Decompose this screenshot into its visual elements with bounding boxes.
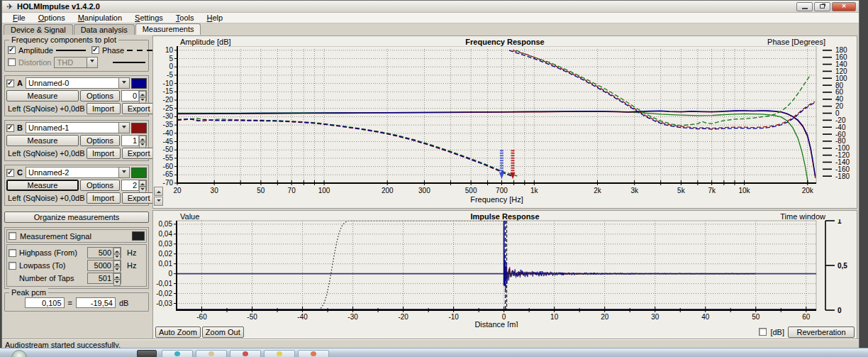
organize-measurements-button[interactable]: Organize measurements [4,212,149,223]
phase-line-sample [127,50,155,51]
distortion-checkbox[interactable] [8,58,16,66]
series-B-phase-low [177,119,514,176]
amplitude-scroll-buttons [154,187,163,206]
group-title: Frequency components to plot [9,35,118,44]
chevron-down-icon [118,78,129,88]
db-checkbox[interactable] [759,328,767,336]
title-bar[interactable]: ✈ HOLMImpulse v1.4.2.0 ✕ [2,1,859,13]
frequency-tick-label: 30 [211,187,219,194]
measurement-c-group: C Unnamed-2 Measure Options 2 [4,165,149,206]
menu-item-options[interactable]: Options [32,13,72,23]
group-title: Peak pcm [9,288,48,297]
measure-c-button[interactable]: Measure [6,180,79,191]
spin-up-icon[interactable] [139,136,146,142]
menu-item-help[interactable]: Help [201,13,230,23]
scroll-up-button[interactable] [154,187,163,196]
phase-axis: 180160140120100806040200-20-40-60-80-100… [823,46,850,180]
amplitude-checkbox[interactable] [8,46,16,54]
measurement-c-index-spinner[interactable]: 2 [121,180,147,191]
measurement-b-index-spinner[interactable]: 1 [121,135,147,146]
impulse-response-plot[interactable]: 0,050,040,030,020,010-0,01-0,02-0,03-60-… [153,219,858,327]
close-button[interactable]: ✕ [832,2,856,11]
measurement-a-letter: A [16,79,24,87]
peak-pcm-input[interactable] [25,297,65,308]
tab-strip: Device & SignalData analysisMeasurements [2,23,859,35]
taskbar-icon [174,351,180,356]
auto-zoom-button[interactable]: Auto Zoom [155,326,201,338]
options-a-button[interactable]: Options [80,90,120,101]
reverberation-button[interactable]: Reverberation [788,326,855,338]
import-b-button[interactable]: Import [87,148,121,159]
amplitude-tick-label: -55 [163,154,174,162]
highpass-label: Highpass (From) [19,248,84,257]
measurement-c-checkbox[interactable] [6,169,14,177]
measurement-b-color-swatch[interactable] [131,123,147,133]
distance-tick-label: 40 [701,313,710,321]
restore-button[interactable] [814,2,830,11]
amplitude-tick-label: -35 [163,121,174,128]
measurement-b-name-select[interactable]: Unnamed-1 [26,122,130,133]
close-icon: ✕ [842,4,847,9]
measurement-c-name-select[interactable]: Unnamed-2 [26,167,130,178]
lowpass-spinner[interactable]: 5000 [87,260,121,271]
tab-data-analysis[interactable]: Data analysis [74,24,135,35]
scroll-down-button[interactable] [154,197,163,206]
equals-label: = [68,299,72,307]
frequency-tick-label: 1k [530,187,539,194]
menu-item-settings[interactable]: Settings [128,13,169,23]
value-tick-label: -0,03 [156,300,172,307]
measurement-a-index-spinner[interactable]: 0 [121,90,147,101]
measure-a-button[interactable]: Measure [6,90,79,101]
spin-up-icon[interactable] [139,91,146,97]
menu-item-manipulation[interactable]: Manipulation [72,13,128,23]
minimize-button[interactable] [796,2,813,11]
distance-tick-label: -30 [347,313,358,321]
phase-checkbox[interactable] [91,46,99,54]
import-a-button[interactable]: Import [87,103,121,114]
impulse-response-chart: Value Impulse Response Time window 0,050… [152,210,857,339]
import-c-button[interactable]: Import [87,192,121,204]
charts-panel: Amplitude [dB] Frequency Response Phase … [151,35,859,339]
peak-db-input[interactable] [76,297,116,308]
value-tick-label: -0,02 [156,290,172,297]
measure-b-button[interactable]: Measure [6,135,79,146]
measurement-c-color-swatch[interactable] [131,167,147,178]
zoom-out-button[interactable]: Zoom Out [202,326,244,338]
highpass-spinner[interactable]: 500 [87,247,121,258]
distortion-type-select[interactable]: THD [54,57,98,68]
measurement-c-letter: C [16,168,24,177]
spin-up-icon[interactable] [113,260,121,267]
tab-measurements[interactable]: Measurements [135,23,201,35]
series-C-phase-low [177,119,517,176]
spin-up-icon[interactable] [113,248,121,254]
measurement-a-color-swatch[interactable] [131,78,147,89]
frequency-tick-label: 70 [288,187,296,194]
highpass-checkbox[interactable] [9,249,16,257]
hz-unit-label: Hz [124,248,136,257]
distance-tick-label: -20 [398,313,408,321]
measurement-b-checkbox[interactable] [6,124,14,132]
measurement-signal-checkbox[interactable] [9,232,16,240]
measurement-signal-color-swatch[interactable] [132,231,145,241]
menu-bar: FileOptionsManipulationSettingsToolsHelp [2,13,859,23]
options-b-button[interactable]: Options [80,135,120,146]
spin-up-icon[interactable] [139,180,146,187]
spin-down-icon[interactable] [113,280,121,286]
measurement-a-checkbox[interactable] [6,79,14,87]
start-button[interactable] [11,350,27,357]
value-tick-label: 0 [168,270,172,278]
menu-item-file[interactable]: File [6,13,32,23]
db-checkbox-label: [dB] [770,328,784,336]
measurement-a-name-select[interactable]: Unnamed-0 [26,77,130,89]
spin-up-icon[interactable] [113,273,121,280]
frequency-response-plot[interactable]: 1050-5-10-15-20-25-30-35-40-45-50-55-60-… [153,46,858,208]
tab-device-signal[interactable]: Device & Signal [4,24,73,35]
taps-spinner[interactable]: 501 [87,273,121,284]
menu-item-tools[interactable]: Tools [169,13,201,23]
taskbar-button[interactable] [137,350,157,357]
chevron-down-icon [118,123,129,133]
axis-ticks [174,50,808,185]
db-unit-label: dB [119,299,128,307]
lowpass-checkbox[interactable] [9,262,16,270]
options-c-button[interactable]: Options [80,180,120,191]
